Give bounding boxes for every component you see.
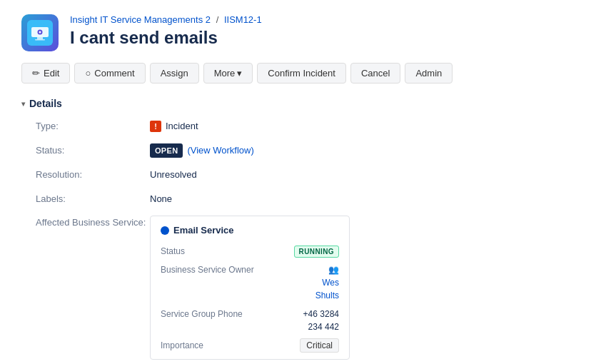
page-title: I cant send emails bbox=[70, 28, 262, 48]
phone-value: +46 3284 234 442 bbox=[294, 308, 339, 333]
running-badge: RUNNING bbox=[294, 246, 339, 258]
service-title: Email Service bbox=[161, 223, 339, 238]
admin-button[interactable]: Admin bbox=[405, 63, 453, 84]
svg-rect-2 bbox=[37, 37, 43, 39]
breadcrumb-app-link[interactable]: Insight IT Service Managements 2 bbox=[70, 14, 211, 25]
cancel-button[interactable]: Cancel bbox=[350, 63, 400, 84]
owner-label: Business Service Owner bbox=[161, 263, 287, 276]
resolution-value: Unresolved bbox=[150, 166, 570, 183]
affected-label: Affected Business Service: bbox=[36, 214, 150, 361]
workflow-link[interactable]: (View Workflow) bbox=[187, 143, 253, 158]
importance-label: Importance bbox=[161, 339, 287, 352]
app-logo bbox=[21, 14, 59, 51]
type-label: Type: bbox=[36, 118, 150, 135]
status-badge: OPEN bbox=[150, 143, 183, 158]
status-value: OPEN (View Workflow) bbox=[150, 142, 570, 160]
more-button[interactable]: More ▾ bbox=[203, 63, 253, 84]
service-grid: Status RUNNING Business Service Owner 👥 … bbox=[161, 245, 339, 352]
edit-button[interactable]: ✏ Edit bbox=[21, 63, 70, 84]
breadcrumb-separator: / bbox=[216, 14, 219, 25]
header-text: Insight IT Service Managements 2 / IISM1… bbox=[70, 14, 262, 48]
details-section: ▾ Details Type: ! Incident Status: OPEN … bbox=[21, 98, 570, 361]
svg-point-5 bbox=[39, 31, 41, 34]
breadcrumb: Insight IT Service Managements 2 / IISM1… bbox=[70, 14, 262, 25]
resolution-label: Resolution: bbox=[36, 166, 150, 183]
toolbar: ✏ Edit ○ Comment Assign More ▾ Confirm I… bbox=[21, 63, 570, 84]
comment-icon: ○ bbox=[85, 68, 91, 79]
details-heading: Details bbox=[29, 98, 62, 109]
owner-link[interactable]: Wes Shults bbox=[315, 276, 339, 302]
service-status-label: Status bbox=[161, 245, 287, 258]
labels-value: None bbox=[150, 191, 570, 208]
details-collapse-icon[interactable]: ▾ bbox=[21, 100, 25, 108]
assign-button[interactable]: Assign bbox=[150, 63, 199, 84]
importance-value: Critical bbox=[294, 339, 339, 352]
service-card: Email Service Status RUNNING Business Se… bbox=[150, 216, 350, 360]
incident-icon: ! bbox=[150, 121, 161, 132]
details-section-header: ▾ Details bbox=[21, 98, 570, 109]
details-grid: Type: ! Incident Status: OPEN (View Work… bbox=[36, 118, 570, 361]
breadcrumb-ticket-link[interactable]: IISM12-1 bbox=[224, 14, 262, 25]
chevron-down-icon: ▾ bbox=[237, 68, 242, 79]
confirm-incident-button[interactable]: Confirm Incident bbox=[257, 63, 346, 84]
importance-badge: Critical bbox=[300, 338, 339, 353]
phone-label: Service Group Phone bbox=[161, 308, 287, 320]
edit-icon: ✏ bbox=[32, 68, 40, 79]
comment-button[interactable]: ○ Comment bbox=[74, 63, 145, 84]
owner-emoji: 👥 bbox=[328, 263, 339, 276]
affected-service-value: Email Service Status RUNNING Business Se… bbox=[150, 214, 570, 361]
service-dot-icon bbox=[161, 226, 169, 235]
svg-rect-3 bbox=[35, 39, 45, 41]
owner-value: 👥 Wes Shults bbox=[294, 263, 339, 302]
labels-label: Labels: bbox=[36, 191, 150, 208]
service-status-value: RUNNING bbox=[294, 245, 339, 258]
status-label: Status: bbox=[36, 142, 150, 160]
type-value: ! Incident bbox=[150, 118, 570, 135]
